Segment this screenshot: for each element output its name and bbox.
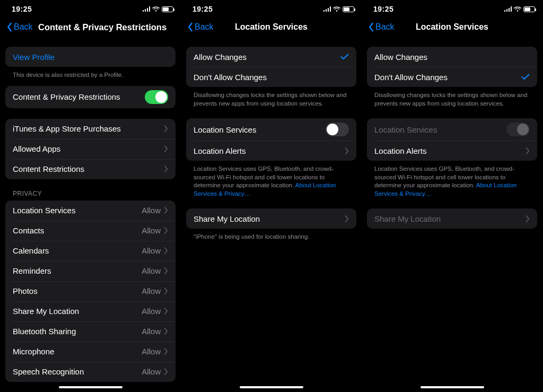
row-label: Reminders [13, 266, 51, 275]
location-services-toggle [506, 123, 530, 136]
chevron-right-icon [164, 247, 168, 254]
signal-icon [504, 6, 512, 12]
privacy-row[interactable]: Photos Allow [5, 281, 176, 301]
row-label: Content Restrictions [13, 164, 84, 173]
group-privacy: Location Services Allow Contacts Allow C… [5, 201, 176, 382]
status-bar: 19:25 [362, 0, 542, 15]
row-value: Allow [142, 286, 161, 295]
back-label: Back [375, 22, 395, 32]
row-label: Share My Location [374, 214, 441, 223]
nav-bar: Back Location Services [362, 15, 542, 39]
changes-footer: Disallowing changes locks the settings s… [367, 91, 537, 108]
chevron-right-icon [526, 215, 530, 222]
signal-icon [143, 6, 151, 12]
location-services-toggle[interactable] [326, 123, 349, 136]
privacy-row[interactable]: Contacts Allow [5, 221, 176, 241]
view-profile-row[interactable]: View Profile [5, 47, 176, 67]
status-bar: 19:25 [181, 0, 362, 15]
content-privacy-toggle-label: Content & Privacy Restrictions [13, 92, 120, 101]
allow-changes-row[interactable]: Allow Changes [367, 47, 537, 67]
status-icons [143, 5, 174, 13]
dont-allow-changes-row[interactable]: Don't Allow Changes [367, 67, 537, 87]
privacy-row[interactable]: Speech Recognition Allow [5, 362, 176, 382]
content-restrictions-row[interactable]: Content Restrictions [5, 159, 176, 179]
home-indicator[interactable] [421, 386, 484, 389]
privacy-row[interactable]: Microphone Allow [5, 342, 176, 362]
chevron-left-icon [187, 22, 194, 32]
group-location: Location Services Location Alerts [367, 118, 537, 161]
nav-bar: Back Location Services [181, 15, 362, 39]
check-icon [340, 54, 349, 60]
privacy-row[interactable]: Share My Location Allow [5, 301, 176, 321]
row-label: Calendars [13, 246, 49, 255]
chevron-right-icon [164, 165, 168, 172]
back-button[interactable]: Back [366, 21, 397, 33]
row-label: Microphone [13, 347, 54, 356]
location-alerts-row[interactable]: Location Alerts [367, 141, 537, 161]
privacy-row[interactable]: Bluetooth Sharing Allow [5, 321, 176, 342]
location-services-toggle-row[interactable]: Location Services [186, 118, 356, 141]
chevron-right-icon [345, 215, 349, 222]
row-label: Location Alerts [194, 146, 246, 155]
row-label: Bluetooth Sharing [13, 327, 76, 336]
allow-changes-row[interactable]: Allow Changes [186, 47, 356, 67]
battery-icon [343, 6, 354, 12]
row-label: Location Services [194, 125, 256, 134]
share-my-location-row[interactable]: Share My Location [186, 208, 356, 229]
group-profile: View Profile [5, 47, 176, 67]
back-label: Back [14, 22, 33, 32]
dont-allow-changes-row[interactable]: Don't Allow Changes [186, 67, 356, 87]
privacy-row[interactable]: Location Services Allow [5, 201, 176, 221]
content-privacy-toggle[interactable] [145, 90, 168, 104]
battery-icon [162, 6, 173, 12]
row-value: Allow [142, 226, 161, 235]
signal-icon [323, 6, 331, 12]
row-label: Allow Changes [194, 53, 247, 62]
chevron-right-icon [164, 125, 168, 132]
chevron-right-icon [164, 207, 168, 214]
wifi-icon [333, 5, 340, 13]
status-icons [323, 5, 355, 13]
content-privacy-toggle-row[interactable]: Content & Privacy Restrictions [5, 86, 176, 108]
page-title: Location Services [416, 22, 488, 31]
row-label: Photos [13, 286, 38, 295]
group-location: Location Services Location Alerts [186, 118, 356, 161]
chevron-right-icon [164, 348, 168, 355]
row-label: iTunes & App Store Purchases [13, 124, 121, 133]
screen-location-services-locked: 19:25 Back Location Services Allow Chang… [362, 0, 542, 392]
wifi-icon [514, 5, 521, 13]
location-alerts-row[interactable]: Location Alerts [186, 141, 356, 161]
chevron-left-icon [6, 22, 13, 32]
privacy-row[interactable]: Reminders Allow [5, 261, 176, 281]
chevron-right-icon [164, 145, 168, 152]
row-value: Allow [142, 347, 161, 356]
row-label: Allow Changes [374, 53, 427, 62]
privacy-row[interactable]: Calendars Allow [5, 241, 176, 261]
view-profile-label: View Profile [13, 53, 55, 62]
privacy-section-header: Privacy [5, 190, 176, 201]
row-label: Location Alerts [374, 146, 426, 155]
wifi-icon [152, 5, 160, 13]
row-value: Allow [142, 206, 161, 215]
row-label: Share My Location [13, 307, 79, 316]
page-title: Content & Privacy Restrictions [38, 22, 167, 32]
itunes-row[interactable]: iTunes & App Store Purchases [5, 119, 176, 139]
home-indicator[interactable] [240, 386, 303, 389]
row-label: Share My Location [194, 214, 260, 223]
back-button[interactable]: Back [4, 21, 35, 33]
back-label: Back [195, 22, 214, 32]
chevron-right-icon [164, 267, 168, 274]
share-my-location-row: Share My Location [367, 208, 537, 229]
allowed-apps-row[interactable]: Allowed Apps [5, 139, 176, 159]
chevron-right-icon [345, 147, 349, 154]
row-label: Don't Allow Changes [194, 73, 267, 82]
home-indicator[interactable] [59, 386, 122, 389]
back-button[interactable]: Back [185, 21, 216, 33]
chevron-left-icon [368, 22, 374, 32]
location-services-toggle-row: Location Services [367, 118, 537, 141]
status-time: 19:25 [192, 5, 213, 13]
location-footer: Location Services uses GPS, Bluetooth, a… [367, 165, 537, 198]
check-icon [521, 74, 530, 80]
share-footer: "iPhone" is being used for location shar… [186, 233, 356, 241]
group-changes: Allow Changes Don't Allow Changes [186, 47, 356, 87]
